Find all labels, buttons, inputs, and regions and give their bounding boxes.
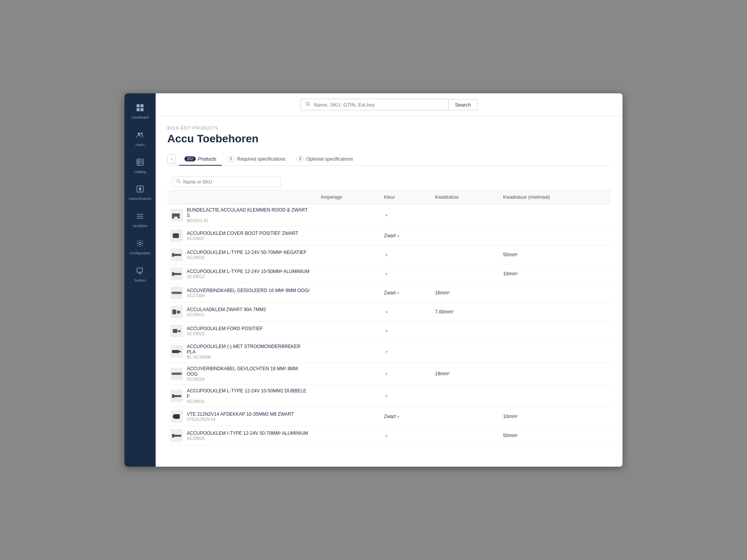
product-name: ACCUPOOLKLEM COVER BOOT POSITIEF ZWART (187, 231, 298, 236)
kwadratuur-minimaal-cell-1[interactable] (498, 226, 611, 245)
sidebar-item-workflow[interactable]: Workflow (124, 208, 156, 232)
svg-rect-6 (137, 159, 143, 165)
tab-back-button[interactable]: ‹ (167, 154, 176, 164)
svg-point-5 (141, 132, 143, 134)
product-info: BUNDELACTIE ACCULAAD KLEMMEN ROOD & ZWAR… (187, 207, 310, 223)
kleur-cell-10[interactable]: Zwart ▾ (379, 407, 430, 426)
amperage-cell-2[interactable] (315, 245, 379, 264)
kwadratuur-minimaal-cell-7[interactable] (498, 341, 611, 363)
kwadratuur-minimaal-cell-8[interactable] (498, 363, 611, 385)
kwadratuur-minimaal-cell-0[interactable] (498, 204, 611, 226)
kleur-dropdown-arrow[interactable]: ▾ (386, 372, 388, 376)
kwadratuur-cell-4[interactable]: 16mm² (430, 284, 498, 303)
svg-line-24 (179, 182, 181, 184)
product-sku: VTE212N2V14 (187, 417, 294, 422)
product-name: ACCUVERBINDKABEL GEÏSOLEERD 16 MM² 8MM O… (187, 288, 310, 293)
kleur-cell-9[interactable]: ▾ (379, 385, 430, 407)
product-info: ACCUPOOLKLEM L-TYPE 12-24V 50-70MM² NEGA… (187, 250, 307, 260)
kleur-dropdown-arrow[interactable]: ▾ (386, 350, 388, 354)
svg-line-22 (309, 105, 310, 107)
amperage-cell-0[interactable] (315, 204, 379, 226)
kwadratuur-minimaal-cell-4[interactable] (498, 284, 611, 303)
kleur-cell-7[interactable]: ▾ (379, 341, 430, 363)
kwadratuur-value: 16mm² (435, 290, 449, 296)
table-row: ACCUPOOLKLEM L-TYPE 12-24V 50-70MM² NEGA… (167, 245, 611, 264)
product-thumb (170, 209, 183, 221)
amperage-cell-8[interactable] (315, 363, 379, 385)
svg-rect-50 (172, 434, 174, 438)
kwadratuur-cell-3[interactable] (430, 264, 498, 284)
kleur-dropdown-arrow[interactable]: ▾ (386, 272, 388, 276)
kwadratuur-minimaal-cell-9[interactable] (498, 385, 611, 407)
kleur-cell-11[interactable]: ▾ (379, 426, 430, 445)
amperage-cell-4[interactable] (315, 284, 379, 303)
amperage-cell-9[interactable] (315, 385, 379, 407)
svg-point-17 (139, 242, 141, 245)
kleur-cell-2[interactable]: ▾ (379, 245, 430, 264)
product-filter-input[interactable] (183, 179, 277, 185)
kleur-cell-4[interactable]: Zwart ▾ (379, 284, 430, 303)
product-name: ACCUPOOLKLEM FORD POSITIEF (187, 326, 263, 331)
amperage-cell-10[interactable] (315, 407, 379, 426)
kwadratuur-cell-11[interactable] (430, 426, 498, 445)
amperage-cell-5[interactable] (315, 303, 379, 322)
product-sku: SC29022 (187, 255, 307, 260)
amperage-cell-6[interactable] (315, 322, 379, 341)
sidebar-item-configuration[interactable]: Configuration (124, 235, 156, 259)
kwadratuur-cell-10[interactable] (430, 407, 498, 426)
kwadratuur-minimaal-cell-11[interactable]: 50mm² (498, 426, 611, 445)
kleur-dropdown-arrow[interactable]: ▾ (386, 394, 388, 398)
kwadratuur-minimaal-cell-10[interactable]: 10mm² (498, 407, 611, 426)
tab-products[interactable]: 202 Products (179, 153, 222, 166)
product-info: ACCUVERBINDKABEL GEÏSOLEERD 16 MM² 8MM O… (187, 288, 310, 298)
search-input[interactable] (314, 102, 444, 108)
kwadratuur-cell-0[interactable] (430, 204, 498, 226)
kwadratuur-cell-6[interactable] (430, 322, 498, 341)
sidebar-item-catalog[interactable]: Catalog (124, 154, 156, 178)
product-sku: SC28204 (187, 377, 310, 382)
kleur-value: Zwart (384, 233, 396, 238)
kwadratuur-minimaal-cell-3[interactable]: 10mm² (498, 264, 611, 284)
kwadratuur-minimaal-cell-6[interactable] (498, 322, 611, 341)
kleur-dropdown-arrow[interactable]: ▾ (397, 234, 399, 238)
kwadratuur-cell-2[interactable] (430, 245, 498, 264)
kleur-dropdown-arrow[interactable]: ▾ (397, 291, 399, 295)
kwadratuur-minimaal-value: 50mm² (503, 252, 517, 257)
kleur-cell-5[interactable]: ▾ (379, 303, 430, 322)
svg-point-44 (180, 373, 182, 375)
amperage-cell-11[interactable] (315, 426, 379, 445)
kleur-dropdown-arrow[interactable]: ▾ (386, 329, 388, 333)
svg-rect-2 (137, 108, 140, 111)
kwadratuur-cell-5[interactable]: 7.00mm² (430, 303, 498, 322)
product-info: ACCULAADKLEM ZWART 90A 7MM2 SC30011 (187, 307, 266, 317)
amperage-cell-1[interactable] (315, 226, 379, 245)
search-button[interactable]: Search (448, 99, 477, 110)
kleur-dropdown-arrow[interactable]: ▾ (386, 213, 388, 217)
kleur-cell-1[interactable]: Zwart ▾ (379, 226, 430, 245)
tab-optional[interactable]: 9 Optional specifications (291, 153, 359, 166)
kwadratuur-minimaal-cell-5[interactable] (498, 303, 611, 322)
kwadratuur-cell-7[interactable] (430, 341, 498, 363)
kleur-dropdown-arrow[interactable]: ▾ (386, 310, 388, 314)
kleur-cell-6[interactable]: ▾ (379, 322, 430, 341)
sidebar-item-users[interactable]: Users (124, 127, 156, 151)
kleur-cell-0[interactable]: ▾ (379, 204, 430, 226)
kleur-dropdown-arrow[interactable]: ▾ (386, 253, 388, 257)
kleur-cell-8[interactable]: ▾ (379, 363, 430, 385)
sidebar-item-dashboard[interactable]: Dashboard (124, 100, 156, 124)
kleur-dropdown-arrow[interactable]: ▾ (386, 434, 388, 438)
sidebar-item-label: Catalog (134, 170, 146, 174)
sidebar-item-system[interactable]: System (124, 262, 156, 287)
tab-required[interactable]: 0 Required specifications (222, 153, 291, 166)
sidebar-item-import-exports[interactable]: Import/Exports (124, 181, 156, 205)
kwadratuur-minimaal-cell-2[interactable]: 50mm² (498, 245, 611, 264)
amperage-cell-7[interactable] (315, 341, 379, 363)
col-kwadratuur: Kwadratuur (430, 191, 498, 204)
kleur-cell-3[interactable]: ▾ (379, 264, 430, 284)
amperage-cell-3[interactable] (315, 264, 379, 284)
filter-row (167, 173, 611, 191)
kleur-dropdown-arrow[interactable]: ▾ (397, 415, 399, 419)
kwadratuur-cell-1[interactable] (430, 226, 498, 245)
kwadratuur-cell-9[interactable] (430, 385, 498, 407)
kwadratuur-cell-8[interactable]: 19mm² (430, 363, 498, 385)
